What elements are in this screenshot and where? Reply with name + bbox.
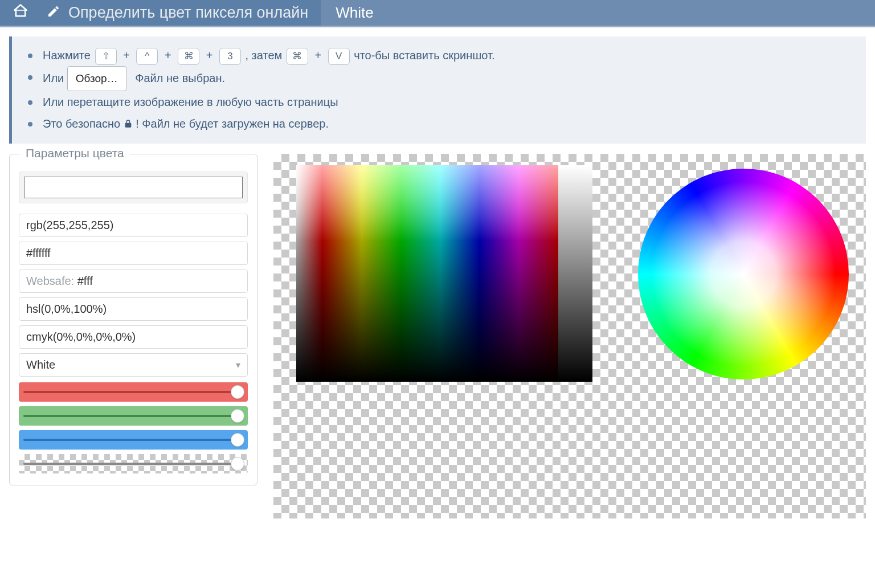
color-swatch-inner xyxy=(24,177,243,198)
color-params-panel: Параметры цвета Websafe: #fff White ▾ xyxy=(9,154,257,485)
key-ctrl: ^ xyxy=(136,48,158,65)
instruction-safe: Это безопасно ! Файл не будет загружен н… xyxy=(23,113,854,136)
current-color-name-header: White xyxy=(321,0,875,26)
page-title: Определить цвет пикселя онлайн xyxy=(68,4,308,22)
slider-blue-thumb[interactable] xyxy=(231,433,244,447)
color-swatch[interactable] xyxy=(19,172,248,203)
instruction-drag: Или перетащите изображение в любую часть… xyxy=(23,91,854,113)
hsv-rectangle[interactable] xyxy=(296,165,558,382)
slider-green[interactable] xyxy=(19,406,248,426)
instructions-box: Нажмите ⇧ + ^ + ⌘ + 3 , затем ⌘ + V что-… xyxy=(9,36,866,144)
hue-wheel[interactable] xyxy=(638,169,849,379)
pencil-icon xyxy=(47,5,60,22)
no-file-label: Файл не выбран. xyxy=(135,72,225,84)
key-3: 3 xyxy=(219,48,241,65)
page-title-bar: Определить цвет пикселя онлайн xyxy=(41,0,321,26)
picker-canvas-area[interactable] xyxy=(273,154,866,518)
hex-input[interactable] xyxy=(19,242,248,265)
slider-alpha[interactable] xyxy=(19,454,248,473)
chevron-down-icon: ▾ xyxy=(236,360,240,370)
main-area: Параметры цвета Websafe: #fff White ▾ xyxy=(0,154,875,530)
color-params-legend: Параметры цвета xyxy=(20,146,130,160)
websafe-field[interactable]: Websafe: #fff xyxy=(19,270,248,293)
value-strip[interactable] xyxy=(558,165,592,382)
home-button[interactable] xyxy=(0,0,41,26)
key-shift: ⇧ xyxy=(95,48,117,65)
app-header: Определить цвет пикселя онлайн White xyxy=(0,0,875,27)
cmyk-input[interactable] xyxy=(19,325,248,349)
rgb-input[interactable] xyxy=(19,214,248,237)
hsl-input[interactable] xyxy=(19,297,248,321)
slider-alpha-thumb[interactable] xyxy=(231,457,244,471)
slider-blue[interactable] xyxy=(19,430,248,450)
lock-icon xyxy=(124,114,133,136)
browse-button[interactable]: Обзор… xyxy=(67,66,126,91)
key-cmd-2: ⌘ xyxy=(287,48,308,65)
slider-red-thumb[interactable] xyxy=(231,385,244,399)
instruction-browse: Или Обзор… Файл не выбран. xyxy=(23,66,854,91)
instruction-shortcut: Нажмите ⇧ + ^ + ⌘ + 3 , затем ⌘ + V что-… xyxy=(23,44,854,66)
color-name-select[interactable]: White ▾ xyxy=(19,353,248,377)
key-v: V xyxy=(328,48,350,65)
slider-green-thumb[interactable] xyxy=(231,409,244,423)
home-icon xyxy=(12,3,29,23)
key-cmd: ⌘ xyxy=(178,48,199,65)
slider-red[interactable] xyxy=(19,382,248,402)
